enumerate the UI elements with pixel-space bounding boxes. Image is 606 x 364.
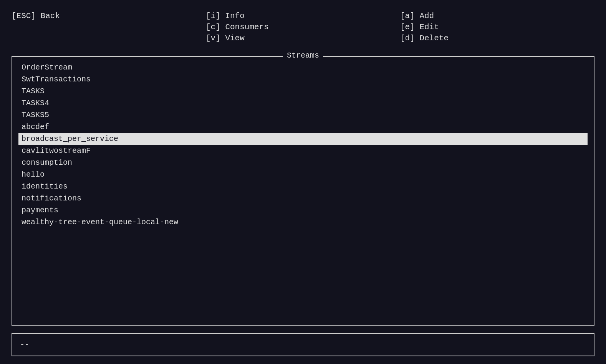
status-bar: --	[12, 333, 594, 356]
stream-item[interactable]: OrderStream	[18, 61, 588, 73]
streams-panel: Streams OrderStreamSwtTransactionsTASKST…	[12, 56, 594, 326]
stream-item[interactable]: broadcast_per_service	[18, 133, 588, 145]
stream-item[interactable]: TASKS5	[18, 109, 588, 121]
toolbar-left: [ESC] Back	[12, 12, 206, 43]
main-screen: [ESC] Back [i] Info [c] Consumers [v] Vi…	[0, 0, 606, 364]
stream-item[interactable]: consumption	[18, 157, 588, 169]
toolbar: [ESC] Back [i] Info [c] Consumers [v] Vi…	[12, 8, 594, 50]
stream-item[interactable]: hello	[18, 169, 588, 180]
streams-title: Streams	[283, 51, 323, 60]
stream-item[interactable]: identities	[18, 180, 588, 192]
edit-button[interactable]: [e] Edit	[400, 23, 594, 31]
stream-item[interactable]: abcdef	[18, 121, 588, 133]
stream-item[interactable]: TASKS	[18, 85, 588, 97]
stream-item[interactable]: cavlitwostreamF	[18, 145, 588, 157]
stream-item[interactable]: notifications	[18, 192, 588, 204]
stream-item[interactable]: wealthy-tree-event-queue-local-new	[18, 216, 588, 228]
add-button[interactable]: [a] Add	[400, 12, 594, 20]
esc-back-button[interactable]: [ESC] Back	[12, 12, 206, 20]
stream-item[interactable]: SwtTransactions	[18, 73, 588, 85]
status-text: --	[20, 340, 29, 349]
toolbar-right: [a] Add [e] Edit [d] Delete	[400, 12, 594, 43]
consumers-button[interactable]: [c] Consumers	[206, 23, 400, 31]
toolbar-center: [i] Info [c] Consumers [v] View	[206, 12, 400, 43]
delete-button[interactable]: [d] Delete	[400, 34, 594, 43]
streams-list: OrderStreamSwtTransactionsTASKSTASKS4TAS…	[12, 57, 594, 233]
stream-item[interactable]: payments	[18, 204, 588, 216]
view-button[interactable]: [v] View	[206, 34, 400, 43]
stream-item[interactable]: TASKS4	[18, 97, 588, 109]
info-button[interactable]: [i] Info	[206, 12, 400, 20]
